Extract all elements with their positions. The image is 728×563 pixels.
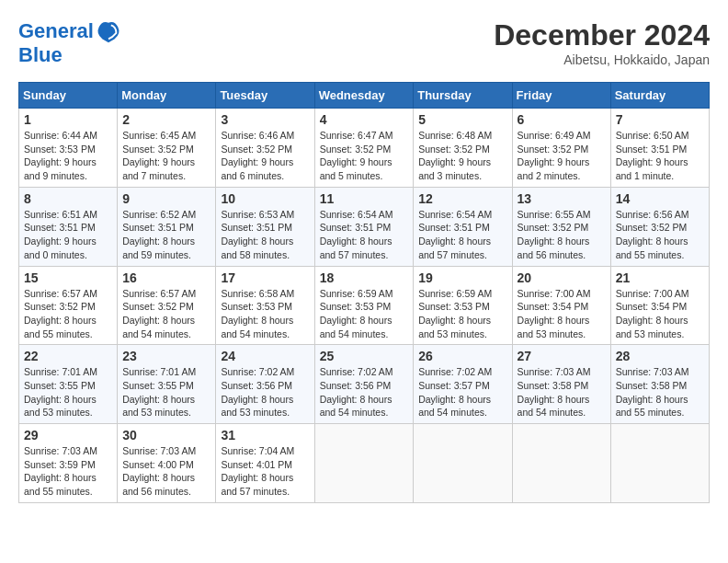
calendar-cell: 19Sunrise: 6:59 AM Sunset: 3:53 PM Dayli… (414, 266, 512, 345)
day-number: 11 (320, 191, 409, 206)
weekday-header-monday: Monday (118, 83, 216, 109)
weekday-header-sunday: Sunday (19, 83, 118, 109)
day-number: 8 (24, 191, 112, 206)
day-info: Sunrise: 6:56 AM Sunset: 3:52 PM Dayligh… (616, 208, 704, 262)
day-info: Sunrise: 6:53 AM Sunset: 3:51 PM Dayligh… (221, 208, 309, 262)
day-info: Sunrise: 7:02 AM Sunset: 3:56 PM Dayligh… (221, 365, 309, 419)
calendar-cell: 21Sunrise: 7:00 AM Sunset: 3:54 PM Dayli… (610, 266, 709, 345)
day-number: 30 (122, 428, 210, 442)
calendar-cell: 23Sunrise: 7:01 AM Sunset: 3:55 PM Dayli… (118, 345, 216, 424)
calendar-cell: 9Sunrise: 6:52 AM Sunset: 3:51 PM Daylig… (118, 187, 216, 266)
calendar-cell: 18Sunrise: 6:59 AM Sunset: 3:53 PM Dayli… (314, 266, 414, 345)
day-info: Sunrise: 6:51 AM Sunset: 3:51 PM Dayligh… (24, 208, 112, 262)
day-number: 19 (418, 270, 506, 285)
day-info: Sunrise: 6:58 AM Sunset: 3:53 PM Dayligh… (221, 287, 309, 341)
calendar-week-row: 22Sunrise: 7:01 AM Sunset: 3:55 PM Dayli… (19, 345, 710, 424)
calendar-cell: 7Sunrise: 6:50 AM Sunset: 3:51 PM Daylig… (610, 109, 709, 188)
day-number: 14 (616, 191, 704, 206)
calendar-cell: 11Sunrise: 6:54 AM Sunset: 3:51 PM Dayli… (314, 187, 414, 266)
day-number: 26 (418, 349, 506, 363)
day-info: Sunrise: 7:01 AM Sunset: 3:55 PM Dayligh… (122, 365, 210, 419)
calendar-cell: 16Sunrise: 6:57 AM Sunset: 3:52 PM Dayli… (118, 266, 216, 345)
day-info: Sunrise: 6:55 AM Sunset: 3:52 PM Dayligh… (518, 208, 606, 262)
logo: General Blue (18, 18, 121, 66)
page-header: General Blue December 2024 Aibetsu, Hokk… (18, 18, 710, 67)
calendar-cell: 4Sunrise: 6:47 AM Sunset: 3:52 PM Daylig… (314, 109, 414, 188)
day-info: Sunrise: 7:03 AM Sunset: 4:00 PM Dayligh… (122, 444, 210, 499)
calendar-cell: 12Sunrise: 6:54 AM Sunset: 3:51 PM Dayli… (414, 187, 512, 266)
day-info: Sunrise: 6:59 AM Sunset: 3:53 PM Dayligh… (418, 287, 506, 341)
calendar-cell: 30Sunrise: 7:03 AM Sunset: 4:00 PM Dayli… (118, 424, 216, 503)
calendar-cell: 6Sunrise: 6:49 AM Sunset: 3:52 PM Daylig… (512, 109, 610, 188)
calendar-cell: 24Sunrise: 7:02 AM Sunset: 3:56 PM Dayli… (216, 345, 314, 424)
weekday-header-friday: Friday (512, 83, 610, 109)
calendar-cell: 22Sunrise: 7:01 AM Sunset: 3:55 PM Dayli… (19, 345, 118, 424)
day-info: Sunrise: 7:01 AM Sunset: 3:55 PM Dayligh… (24, 365, 112, 419)
calendar-cell (610, 424, 709, 503)
day-number: 9 (122, 191, 210, 206)
day-info: Sunrise: 6:50 AM Sunset: 3:51 PM Dayligh… (616, 129, 704, 183)
calendar-cell: 31Sunrise: 7:04 AM Sunset: 4:01 PM Dayli… (216, 424, 314, 503)
weekday-header-thursday: Thursday (414, 83, 512, 109)
day-info: Sunrise: 6:59 AM Sunset: 3:53 PM Dayligh… (320, 287, 409, 341)
calendar-cell: 27Sunrise: 7:03 AM Sunset: 3:58 PM Dayli… (512, 345, 610, 424)
day-number: 12 (418, 191, 506, 206)
day-number: 15 (24, 270, 112, 285)
day-number: 27 (518, 349, 606, 363)
calendar-header-row: SundayMondayTuesdayWednesdayThursdayFrid… (19, 83, 710, 109)
day-info: Sunrise: 6:57 AM Sunset: 3:52 PM Dayligh… (24, 287, 112, 341)
day-number: 1 (24, 112, 112, 127)
day-number: 25 (320, 349, 409, 363)
calendar-cell: 2Sunrise: 6:45 AM Sunset: 3:52 PM Daylig… (118, 109, 216, 188)
day-number: 4 (320, 112, 409, 127)
day-number: 22 (24, 349, 112, 363)
day-info: Sunrise: 6:46 AM Sunset: 3:52 PM Dayligh… (221, 129, 309, 183)
day-number: 28 (616, 349, 704, 363)
day-info: Sunrise: 6:45 AM Sunset: 3:52 PM Dayligh… (122, 129, 210, 183)
calendar-cell: 17Sunrise: 6:58 AM Sunset: 3:53 PM Dayli… (216, 266, 314, 345)
day-number: 16 (122, 270, 210, 285)
day-number: 29 (24, 428, 112, 442)
logo-blue-text: Blue (18, 44, 121, 66)
month-title: December 2024 (494, 18, 710, 52)
day-number: 3 (221, 112, 309, 127)
day-info: Sunrise: 7:03 AM Sunset: 3:58 PM Dayligh… (518, 365, 606, 419)
day-number: 20 (518, 270, 606, 285)
weekday-header-wednesday: Wednesday (314, 83, 414, 109)
day-info: Sunrise: 6:44 AM Sunset: 3:53 PM Dayligh… (24, 129, 112, 183)
title-block: December 2024 Aibetsu, Hokkaido, Japan (494, 18, 710, 67)
day-number: 23 (122, 349, 210, 363)
calendar-cell: 28Sunrise: 7:03 AM Sunset: 3:58 PM Dayli… (610, 345, 709, 424)
weekday-header-tuesday: Tuesday (216, 83, 314, 109)
day-number: 5 (418, 112, 506, 127)
day-info: Sunrise: 7:02 AM Sunset: 3:56 PM Dayligh… (320, 365, 409, 419)
logo-text: General (18, 20, 94, 42)
calendar-cell: 15Sunrise: 6:57 AM Sunset: 3:52 PM Dayli… (19, 266, 118, 345)
calendar-week-row: 29Sunrise: 7:03 AM Sunset: 3:59 PM Dayli… (19, 424, 710, 503)
day-info: Sunrise: 6:47 AM Sunset: 3:52 PM Dayligh… (320, 129, 409, 183)
day-info: Sunrise: 7:04 AM Sunset: 4:01 PM Dayligh… (221, 444, 309, 499)
calendar-cell: 5Sunrise: 6:48 AM Sunset: 3:52 PM Daylig… (414, 109, 512, 188)
calendar-week-row: 8Sunrise: 6:51 AM Sunset: 3:51 PM Daylig… (19, 187, 710, 266)
calendar-cell: 25Sunrise: 7:02 AM Sunset: 3:56 PM Dayli… (314, 345, 414, 424)
calendar-cell (512, 424, 610, 503)
day-number: 17 (221, 270, 309, 285)
calendar-week-row: 15Sunrise: 6:57 AM Sunset: 3:52 PM Dayli… (19, 266, 710, 345)
day-number: 18 (320, 270, 409, 285)
logo-icon (96, 18, 121, 44)
day-info: Sunrise: 7:03 AM Sunset: 3:58 PM Dayligh… (616, 365, 704, 419)
calendar-cell: 20Sunrise: 7:00 AM Sunset: 3:54 PM Dayli… (512, 266, 610, 345)
day-info: Sunrise: 7:02 AM Sunset: 3:57 PM Dayligh… (418, 365, 506, 419)
calendar-cell: 10Sunrise: 6:53 AM Sunset: 3:51 PM Dayli… (216, 187, 314, 266)
calendar-cell: 29Sunrise: 7:03 AM Sunset: 3:59 PM Dayli… (19, 424, 118, 503)
day-info: Sunrise: 6:57 AM Sunset: 3:52 PM Dayligh… (122, 287, 210, 341)
calendar-cell: 1Sunrise: 6:44 AM Sunset: 3:53 PM Daylig… (19, 109, 118, 188)
day-info: Sunrise: 6:52 AM Sunset: 3:51 PM Dayligh… (122, 208, 210, 262)
day-number: 10 (221, 191, 309, 206)
day-number: 13 (518, 191, 606, 206)
day-number: 24 (221, 349, 309, 363)
calendar-cell: 13Sunrise: 6:55 AM Sunset: 3:52 PM Dayli… (512, 187, 610, 266)
location: Aibetsu, Hokkaido, Japan (494, 52, 710, 67)
day-info: Sunrise: 6:54 AM Sunset: 3:51 PM Dayligh… (418, 208, 506, 262)
calendar-cell (314, 424, 414, 503)
